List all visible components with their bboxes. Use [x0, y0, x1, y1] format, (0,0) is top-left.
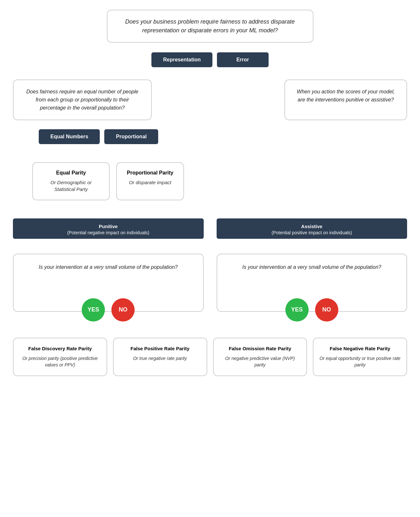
- proportional-button[interactable]: Proportional: [104, 129, 158, 144]
- proportional-parity-box: Proportional Parity Or disparate impact: [116, 162, 184, 200]
- false-discovery-title: False Discovery Rate Parity: [19, 345, 101, 352]
- assistive-sub: (Potential positive impact on individual…: [220, 230, 404, 236]
- false-negative-box: False Negative Rate Parity Or equal oppo…: [313, 338, 407, 376]
- punitive-intervention-box: Is your intervention at a very small vol…: [13, 254, 204, 312]
- row-parity-results: Equal Parity Or Demographic or Statistic…: [13, 162, 407, 200]
- punitive-sub: (Potential negative impact on individual…: [16, 230, 200, 236]
- punitive-no-button[interactable]: NO: [111, 298, 135, 322]
- row-branch-buttons: Representation Error: [13, 52, 407, 67]
- row-questions-2: Does fairness require an equal number of…: [13, 79, 407, 120]
- false-omission-sub: Or negative predictive value (NVP) parit…: [225, 356, 295, 367]
- false-positive-title: False Positive Rate Parity: [119, 345, 201, 352]
- assistive-intervention-text: Is your intervention at a very small vol…: [242, 264, 381, 270]
- error-button[interactable]: Error: [217, 52, 269, 67]
- assistive-yes-button[interactable]: YES: [285, 298, 309, 322]
- punitive-yes-no: YES NO: [82, 298, 135, 322]
- false-positive-sub: Or true negative rate parity: [133, 356, 187, 361]
- equal-parity-title: Equal Parity: [42, 170, 100, 176]
- proportional-parity-sub: Or disparate impact: [129, 180, 171, 185]
- left-question-box: Does fairness require an equal number of…: [13, 79, 152, 120]
- false-positive-box: False Positive Rate Parity Or true negat…: [113, 338, 207, 376]
- punitive-button[interactable]: Punitive (Potential negative impact on i…: [13, 218, 204, 239]
- assistive-intervention-box: Is your intervention at a very small vol…: [217, 254, 407, 312]
- false-negative-sub: Or equal opportunity or true positive ra…: [320, 356, 401, 367]
- equal-parity-box: Equal Parity Or Demographic or Statistic…: [32, 162, 110, 200]
- assistive-button[interactable]: Assistive (Potential positive impact on …: [217, 218, 407, 239]
- assistive-label: Assistive: [301, 224, 323, 229]
- top-question-box: Does your business problem require fairn…: [107, 10, 313, 43]
- assistive-no-button[interactable]: NO: [315, 298, 338, 322]
- false-discovery-box: False Discovery Rate Parity Or precision…: [13, 338, 107, 376]
- punitive-intervention-text: Is your intervention at a very small vol…: [39, 264, 178, 270]
- false-negative-title: False Negative Rate Parity: [319, 345, 401, 352]
- false-omission-title: False Omission Rate Parity: [220, 345, 301, 352]
- row-bottom-results: False Discovery Rate Parity Or precision…: [13, 338, 407, 376]
- assistive-yes-no: YES NO: [285, 298, 338, 322]
- row-equal-proportional-buttons: Equal Numbers Proportional: [13, 129, 407, 144]
- equal-numbers-button[interactable]: Equal Numbers: [39, 129, 100, 144]
- right-question-box: When you action the scores of your model…: [284, 79, 407, 120]
- equal-parity-sub: Or Demographic or Statistical Party: [50, 180, 92, 192]
- false-discovery-sub: Or precision parity (positive predictive…: [22, 356, 97, 367]
- false-omission-box: False Omission Rate Parity Or negative p…: [213, 338, 307, 376]
- proportional-parity-title: Proportional Parity: [126, 170, 174, 176]
- punitive-assistive-row: Punitive (Potential negative impact on i…: [13, 218, 407, 239]
- punitive-yes-button[interactable]: YES: [82, 298, 105, 322]
- row-intervention-questions: Is your intervention at a very small vol…: [13, 254, 407, 312]
- punitive-label: Punitive: [99, 224, 118, 229]
- representation-button[interactable]: Representation: [151, 52, 212, 67]
